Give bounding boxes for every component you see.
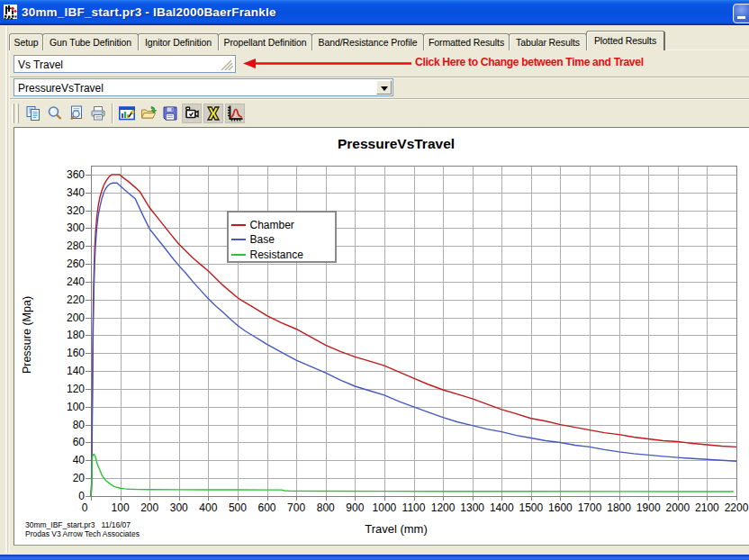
y-tick-label: 360 [41,169,85,180]
tab-page: Vs Travel Click Here to Change between T… [9,50,749,553]
window-title: 30mm_IBF_start.pr3 - IBal2000BaerFrankle [22,5,276,19]
footer-line1: 30mm_IBF_start.pr3 11/16/07 [25,520,140,529]
legend-entry-resistance: Resistance [229,248,303,262]
minimize-button[interactable] [733,4,749,23]
print-preview-button[interactable] [67,104,86,123]
print-icon [90,105,106,122]
chart-wizard-button[interactable] [117,104,137,123]
plot-selector-combobox[interactable]: PressureVsTravel [14,78,393,96]
plot-area [14,128,749,546]
copy-image-button[interactable] [182,104,202,123]
y-tick-label: 160 [41,348,85,358]
open-folder-icon [140,105,157,122]
y-tick-label: 140 [41,366,85,376]
tab-tabular-results[interactable]: Tabular Results [509,33,587,50]
legend-line-icon [231,239,246,240]
y-axis-title: Pressure (Mpa) [21,236,33,434]
copy-button[interactable] [23,104,43,123]
prodas-app-icon[interactable] [4,5,18,20]
toolbar-separator [112,104,113,123]
axis-mode-value: Vs Travel [18,59,63,71]
y-tick-label: 320 [41,205,85,216]
legend-line-icon [231,254,246,256]
y-tick-label: 300 [41,222,85,233]
title-bar: 30mm_IBF_start.pr3 - IBal2000BaerFrankle [0,0,749,25]
chart-panel: PressureVsTravel Pressure (Mpa) Travel (… [14,127,749,546]
plot-curve-icon [227,105,243,122]
chart-wizard-icon [119,105,135,122]
annotation-arrow-icon [243,57,412,70]
plot-selector-value: PressureVsTravel [18,82,104,95]
camera-icon [184,105,200,122]
export-excel-button[interactable] [203,104,223,123]
y-tick-label: 180 [41,330,85,340]
chart-footer: 30mm_IBF_start.pr3 11/16/07 Prodas V3 Ar… [25,520,140,538]
copy-icon [25,105,41,122]
excel-icon [205,105,221,122]
save-icon [162,105,178,122]
axis-mode-field[interactable]: Vs Travel [14,55,236,73]
footer-line2: Prodas V3 Arrow Tech Associates [25,529,140,538]
legend-label: Base [250,233,275,246]
legend-label: Resistance [250,248,303,261]
y-tick-label: 240 [41,276,85,287]
tab-gun-tube-definition[interactable]: Gun Tube Definition [42,33,139,50]
y-tick-label: 0 [41,491,85,501]
chart-title: PressureVsTravel [14,136,749,152]
y-tick-label: 100 [41,402,85,412]
annotation-text: Click Here to Change between Time and Tr… [415,56,644,68]
tab-plotted-results[interactable]: Plotted Results [586,31,665,50]
y-tick-label: 220 [41,294,85,305]
zoom-icon [47,105,63,122]
tab-bar: SetupGun Tube DefinitionIgnitor Definiti… [9,31,664,50]
print-button[interactable] [88,104,108,123]
tab-propellant-definition[interactable]: Propellant Definition [218,33,312,50]
tab-ignitor-definition[interactable]: Ignitor Definition [138,33,219,50]
print-preview-icon [68,105,85,122]
legend-line-icon [231,224,246,226]
field-grip-icon [220,59,233,70]
dropdown-button[interactable] [376,80,392,95]
tab-band-resistance-profile[interactable]: Band/Resistance Profile [311,33,424,50]
y-tick-label: 340 [41,187,85,198]
y-tick-label: 200 [41,312,85,323]
zoom-button[interactable] [45,104,65,123]
open-button[interactable] [139,104,158,123]
legend-entry-chamber: Chamber [229,218,294,232]
minimize-icon [737,16,745,19]
toolbar [10,100,749,126]
series-base [91,183,736,496]
chevron-down-icon [381,86,388,91]
tab-formatted-results[interactable]: Formatted Results [423,33,510,50]
legend-entry-base: Base [229,232,275,247]
background-window-edge [0,555,749,560]
y-tick-label: 80 [41,420,85,430]
toolbar-grip[interactable] [12,104,14,123]
y-tick-label: 120 [41,384,85,394]
x-tick-label: 0 [65,502,104,513]
plot-options-button[interactable] [225,104,245,123]
legend: ChamberBaseResistance [227,211,337,263]
legend-label: Chamber [250,219,294,231]
x-tick-label: 2200 [717,502,749,513]
y-tick-label: 260 [41,258,85,269]
y-tick-label: 20 [41,473,85,483]
y-tick-label: 60 [41,437,85,447]
y-tick-label: 280 [41,240,85,251]
save-button[interactable] [160,104,180,123]
tab-setup[interactable]: Setup [9,33,43,50]
y-tick-label: 40 [41,455,85,465]
toolbar-grip[interactable] [16,104,19,123]
